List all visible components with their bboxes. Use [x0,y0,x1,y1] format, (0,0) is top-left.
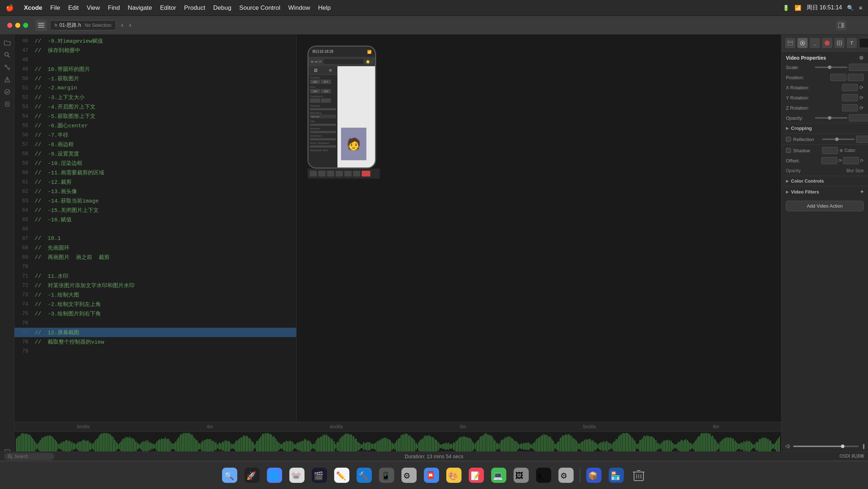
menu-file[interactable]: File [47,3,64,13]
menu-view[interactable]: View [83,3,104,13]
prop-record-icon[interactable] [822,38,832,48]
video-filters-add-icon[interactable]: + [860,188,864,195]
volume-thumb[interactable] [841,445,844,448]
nav-back-button[interactable]: ‹ [119,21,125,30]
shadow-input[interactable] [822,147,838,154]
prop-transform-icon[interactable] [834,38,844,48]
sim-ctrl-2[interactable] [318,171,326,177]
maximize-button[interactable] [23,23,28,28]
dock-safari[interactable]: 🌐 [264,465,285,485]
menu-xcode[interactable]: Xcode [20,3,46,13]
dock-app-downloads[interactable]: 📦 [584,465,604,485]
code-scroll[interactable]: 46// -9.对imageview赋值47// 保存到相册中4849// 10… [14,35,296,460]
dock-finder[interactable]: 🔍 [220,465,240,485]
folder-icon[interactable] [2,38,12,48]
test-icon[interactable] [2,87,12,97]
dock-syst-pref[interactable]: ⚙ [556,465,576,485]
z-rotation-stepper[interactable]: ⟳ [859,105,864,111]
dock-terminal[interactable]: $_ [533,465,554,485]
sim-ctrl-4[interactable] [336,171,343,177]
menu-product[interactable]: Product [180,3,209,13]
apple-menu[interactable]: 🍎 [6,4,14,12]
shadow-color-stepper[interactable]: ⊕ [839,148,843,153]
dock-pixelmator[interactable]: 🖼 [511,465,531,485]
shadow-checkbox[interactable] [786,148,791,153]
reflection-checkbox[interactable] [786,137,791,142]
prop-screen-icon[interactable] [810,38,820,48]
minimize-button[interactable] [15,23,20,28]
scale-input[interactable] [849,64,868,71]
dock-protosketch[interactable]: 📝 [466,465,486,485]
cropping-section[interactable]: Cropping [782,123,868,133]
file-tab[interactable]: h 01-思路.h No Selection [50,20,116,30]
menu-edit[interactable]: Edit [64,3,82,13]
z-rotation-input[interactable] [842,104,858,111]
close-button[interactable] [7,23,12,28]
opacity-input[interactable] [849,114,868,122]
prop-audio-icon[interactable] [797,38,808,48]
sim-ctrl-delete[interactable] [362,171,370,177]
offset-stepper1[interactable]: ⟳ [838,158,842,163]
menu-list-icon[interactable]: ≡ [859,5,862,11]
dock-app5[interactable]: 💻 [489,465,509,485]
menu-find[interactable]: Find [104,3,123,13]
dock-settings[interactable]: ⚙ [399,465,419,485]
dock-ios-sim[interactable]: 📱 [376,465,397,485]
prop-view-icon[interactable] [785,38,795,48]
dock-launchpad[interactable]: 🚀 [242,465,262,485]
color-controls-section[interactable]: Color Controls [782,176,868,186]
menu-source-control[interactable]: Source Control [236,3,284,13]
dock-mail[interactable]: 📮 [421,465,442,485]
video-filters-section[interactable]: ▶ Video Filters + [782,186,868,197]
waveform-bar [667,440,668,453]
y-rotation-input[interactable] [842,94,858,101]
code-editor[interactable]: 46// -9.对imageview赋值47// 保存到相册中4849// 10… [14,35,297,460]
menu-search-icon[interactable]: 🔍 [847,5,854,11]
opacity-slider[interactable] [815,117,847,119]
volume-track[interactable] [793,446,859,447]
y-rotation-stepper[interactable]: ⟳ [859,95,864,101]
dock-pencil[interactable]: ✏️ [332,465,352,485]
menu-window[interactable]: Window [285,3,314,13]
offset-y-input[interactable] [843,157,859,164]
offset-x-input[interactable] [821,157,837,164]
prop-text-icon[interactable]: T [847,38,857,48]
reflection-slider[interactable] [822,139,855,140]
statusbar-search-input[interactable] [14,454,51,459]
sim-ctrl-1[interactable] [310,171,317,177]
sim-ctrl-5[interactable] [344,171,352,177]
waveform-bar [55,440,56,453]
dock-sketch[interactable]: 🎨 [444,465,464,485]
position-y-input[interactable] [848,74,864,81]
debug-icon[interactable] [2,99,12,109]
properties-gear-icon[interactable]: ⚙ [859,55,864,61]
dock-trash[interactable] [629,465,649,485]
prop-color-icon[interactable] [859,38,868,48]
scale-slider[interactable] [815,67,847,68]
menu-editor[interactable]: Editor [156,3,179,13]
position-x-input[interactable] [830,74,846,81]
x-rotation-stepper[interactable]: ⟳ [859,85,864,90]
x-rotation-input[interactable] [842,84,858,91]
waveform-bar [61,442,61,450]
add-video-action-button[interactable]: Add Video Action [786,201,864,211]
dock-fcpx[interactable]: 🎬 [309,465,329,485]
issue-navigator-icon[interactable] [2,75,12,85]
sim-ctrl-3[interactable] [327,171,334,177]
offset-stepper2[interactable]: ⟳ [860,158,864,163]
menu-debug[interactable]: Debug [209,3,235,13]
show-inspector-icon[interactable] [836,20,846,30]
dock-app-store[interactable]: 🏪 [606,465,626,485]
source-control-icon[interactable] [2,62,12,72]
menu-navigate[interactable]: Navigate [124,3,156,13]
navigator-icon[interactable] [35,20,47,31]
dock-mouse[interactable]: 🐭 [287,465,307,485]
sim-ctrl-6[interactable] [353,171,360,177]
menu-help[interactable]: Help [314,3,334,13]
nav-forward-button[interactable]: › [127,21,133,30]
dock-xcode[interactable]: 🔨 [354,465,374,485]
reflection-input[interactable] [856,136,868,143]
statusbar-search[interactable] [4,453,54,460]
waveform-bar [141,442,142,450]
search-icon[interactable] [2,50,12,60]
